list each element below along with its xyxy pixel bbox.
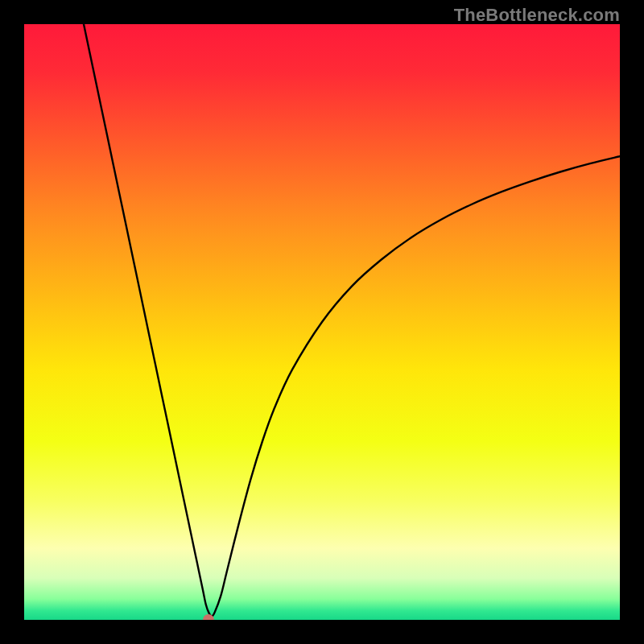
bottleneck-point-marker bbox=[203, 614, 214, 620]
plot-area bbox=[24, 24, 620, 620]
watermark-text: TheBottleneck.com bbox=[454, 5, 620, 26]
chart-frame: TheBottleneck.com bbox=[0, 0, 644, 644]
bottleneck-curve bbox=[24, 24, 620, 620]
